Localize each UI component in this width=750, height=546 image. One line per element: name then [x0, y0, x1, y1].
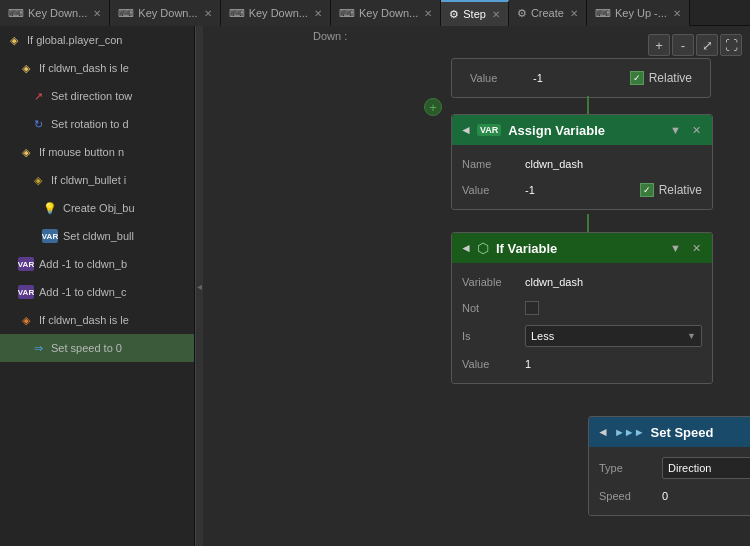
set-speed-speed-label: Speed — [599, 490, 654, 502]
tab-icon-2: ⌨ — [118, 7, 134, 20]
arrow-icon-3: ↗ — [30, 88, 46, 104]
assign-var-arrow-icon: ◄ — [460, 123, 472, 137]
zoom-in-button[interactable]: + — [648, 34, 670, 56]
tab-create[interactable]: ⚙ Create ✕ — [509, 0, 587, 26]
zoom-controls: + - ⤢ ⛶ — [648, 34, 742, 56]
sidebar-label-7: Create Obj_bu — [63, 202, 135, 214]
assign-value-val: -1 — [525, 184, 632, 196]
sidebar-item-12[interactable]: ⇒ Set speed to 0 — [0, 334, 194, 362]
arrows-icon-12: ⇒ — [30, 340, 46, 356]
if-variable-value: cldwn_dash — [525, 276, 702, 288]
tab-key-down-2[interactable]: ⌨ Key Down... ✕ — [110, 0, 220, 26]
if-is-dropdown[interactable]: Less ▼ — [525, 325, 702, 347]
tab-key-up[interactable]: ⌨ Key Up -... ✕ — [587, 0, 690, 26]
sidebar-item-6[interactable]: ◈ If cldwn_bullet i — [0, 166, 194, 194]
if-is-label: Is — [462, 330, 517, 342]
sidebar-item-7[interactable]: 💡 Create Obj_bu — [0, 194, 194, 222]
sidebar-label-5: If mouse button n — [39, 146, 124, 158]
assign-variable-header: ◄ VAR Assign Variable ▼ ✕ — [452, 115, 712, 145]
tab-icon-7: ⌨ — [595, 7, 611, 20]
if-variable-header: ◄ ⬡ If Variable ▼ ✕ — [452, 233, 712, 263]
bulb-icon-7: 💡 — [42, 200, 58, 216]
if-is-arrow: ▼ — [687, 331, 696, 341]
if-var-arrow-icon: ◄ — [460, 241, 472, 255]
tab-label-create: Create — [531, 7, 564, 19]
set-speed-speed-value: 0 — [662, 490, 750, 502]
set-speed-type-value: Direction — [668, 462, 711, 474]
relative-checkbox-top[interactable]: ✓ — [630, 71, 644, 85]
zoom-out-button[interactable]: - — [672, 34, 694, 56]
tab-key-down-3[interactable]: ⌨ Key Down... ✕ — [221, 0, 331, 26]
if-is-row: Is Less ▼ — [452, 321, 712, 351]
var-badge: VAR — [477, 124, 501, 136]
sidebar-item-10[interactable]: VAR Add -1 to cldwn_c — [0, 278, 194, 306]
if-not-label: Not — [462, 302, 517, 314]
tab-step[interactable]: ⚙ Step ✕ — [441, 0, 509, 26]
assign-variable-close-btn[interactable]: ✕ — [689, 123, 704, 138]
tab-label-1: Key Down... — [28, 7, 87, 19]
tab-icon-3: ⌨ — [229, 7, 245, 20]
sidebar: ◈ If global.player_con ◈ If cldwn_dash i… — [0, 26, 195, 546]
sidebar-label-2: If cldwn_dash is le — [39, 62, 129, 74]
if-variable-body: Variable cldwn_dash Not Is Less ▼ Value — [452, 263, 712, 383]
sidebar-label-4: Set rotation to d — [51, 118, 129, 130]
sidebar-item-4[interactable]: ↻ Set rotation to d — [0, 110, 194, 138]
sidebar-item-9[interactable]: VAR Add -1 to cldwn_b — [0, 250, 194, 278]
tab-close-keyup[interactable]: ✕ — [673, 8, 681, 19]
assign-name-label: Name — [462, 158, 517, 170]
tab-label-step: Step — [463, 8, 486, 20]
diamond-icon-1: ◈ — [6, 32, 22, 48]
tab-key-down-1[interactable]: ⌨ Key Down... ✕ — [0, 0, 110, 26]
set-speed-arrow-icon: ◄ — [597, 425, 609, 439]
tab-close-create[interactable]: ✕ — [570, 8, 578, 19]
tab-close-3[interactable]: ✕ — [314, 8, 322, 19]
sidebar-item-1[interactable]: ◈ If global.player_con — [0, 26, 194, 54]
collapse-handle[interactable]: ◂ — [195, 26, 203, 546]
set-speed-type-dropdown[interactable]: Direction ▼ — [662, 457, 750, 479]
tab-bar: ⌨ Key Down... ✕ ⌨ Key Down... ✕ ⌨ Key Do… — [0, 0, 750, 26]
assign-relative-label: Relative — [659, 183, 702, 197]
assign-value-row: Value -1 ✓ Relative — [452, 177, 712, 203]
tab-close-4[interactable]: ✕ — [424, 8, 432, 19]
sidebar-label-6: If cldwn_bullet i — [51, 174, 126, 186]
assign-relative-checkbox[interactable]: ✓ — [640, 183, 654, 197]
tab-close-1[interactable]: ✕ — [93, 8, 101, 19]
add-button[interactable]: + — [424, 98, 442, 116]
sidebar-item-2[interactable]: ◈ If cldwn_dash is le — [0, 54, 194, 82]
tab-label-keyup: Key Up -... — [615, 7, 667, 19]
canvas-area[interactable]: + - ⤢ ⛶ Down : Value -1 ✓ Relative + — [203, 26, 750, 546]
sidebar-item-8[interactable]: VAR Set cldwn_bull — [0, 222, 194, 250]
assign-relative-wrap: ✓ Relative — [640, 183, 702, 197]
fullscreen-button[interactable]: ⛶ — [720, 34, 742, 56]
sidebar-label-11: If cldwn_dash is le — [39, 314, 129, 326]
if-variable-dropdown-btn[interactable]: ▼ — [667, 241, 684, 255]
assign-variable-title: Assign Variable — [508, 123, 662, 138]
tab-icon-5: ⚙ — [449, 8, 459, 21]
if-variable-label: Variable — [462, 276, 517, 288]
tab-close-step[interactable]: ✕ — [492, 9, 500, 20]
assign-variable-dropdown-btn[interactable]: ▼ — [667, 123, 684, 137]
tab-icon-4: ⌨ — [339, 7, 355, 20]
sidebar-label-9: Add -1 to cldwn_b — [39, 258, 127, 270]
if-variable-close-btn[interactable]: ✕ — [689, 241, 704, 256]
sidebar-label-12: Set speed to 0 — [51, 342, 122, 354]
tab-close-2[interactable]: ✕ — [204, 8, 212, 19]
sidebar-item-5[interactable]: ◈ If mouse button n — [0, 138, 194, 166]
set-speed-header: ◄ ►►► Set Speed ▼ ✕ — [589, 417, 750, 447]
if-var-icon: ⬡ — [477, 240, 489, 256]
zoom-fit-button[interactable]: ⤢ — [696, 34, 718, 56]
if-is-value: Less — [531, 330, 554, 342]
sidebar-label-1: If global.player_con — [27, 34, 122, 46]
collapse-icon: ◂ — [197, 281, 202, 292]
sidebar-item-3[interactable]: ↗ Set direction tow — [0, 82, 194, 110]
set-speed-type-label: Type — [599, 462, 654, 474]
down-label: Down : — [313, 30, 347, 42]
sidebar-item-11[interactable]: ◈ If cldwn_dash is le — [0, 306, 194, 334]
tab-key-down-4[interactable]: ⌨ Key Down... ✕ — [331, 0, 441, 26]
sidebar-label-3: Set direction tow — [51, 90, 132, 102]
if-not-checkbox[interactable] — [525, 301, 539, 315]
top-value-node: Value -1 ✓ Relative — [451, 58, 711, 98]
if-value-label: Value — [462, 358, 517, 370]
set-speed-icon: ►►► — [614, 426, 644, 438]
var-icon-9: VAR — [18, 256, 34, 272]
